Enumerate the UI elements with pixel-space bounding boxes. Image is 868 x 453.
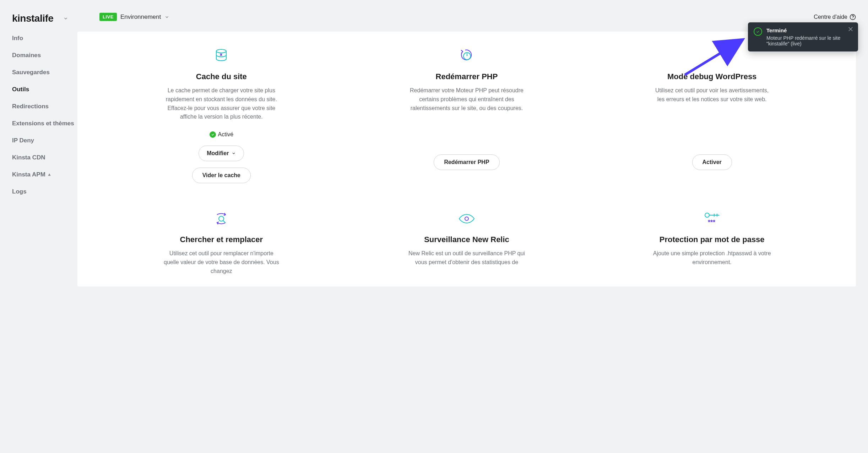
svg-point-1: [852, 18, 853, 18]
sidebar-item-label: Domaines: [12, 52, 41, 59]
eye-icon: [459, 212, 475, 226]
check-circle-icon: [754, 27, 762, 36]
sidebar-item-label: Outils: [12, 86, 29, 93]
toast-close-button[interactable]: [847, 26, 854, 32]
chevron-down-icon: [164, 15, 169, 20]
environment-label: Environnement: [120, 13, 161, 21]
card-title: Protection par mot de passe: [660, 235, 765, 244]
close-icon: [847, 26, 854, 32]
sidebar-item-label: IP Deny: [12, 137, 34, 144]
check-icon: [210, 131, 216, 138]
live-badge: LIVE: [99, 13, 117, 21]
tools-panel: Terminé Moteur PHP redémarré sur le site…: [77, 32, 856, 286]
svg-point-10: [465, 217, 468, 220]
restart-php-button[interactable]: Redémarrer PHP: [434, 154, 499, 170]
card-title: Cache du site: [196, 72, 247, 81]
brand-name: kinstalife: [12, 13, 53, 24]
sidebar-item-label: Redirections: [12, 103, 49, 110]
help-link[interactable]: Centre d'aide: [814, 14, 856, 20]
search-replace-icon: [213, 212, 229, 226]
svg-point-11: [705, 213, 709, 217]
sidebar-item-kinsta-cdn[interactable]: Kinsta CDN: [12, 154, 77, 161]
sidebar-item-label: Logs: [12, 188, 27, 195]
site-switcher[interactable]: kinstalife: [12, 13, 77, 24]
sidebar-item-label: Kinsta CDN: [12, 154, 45, 161]
clear-cache-button[interactable]: Vider le cache: [192, 168, 251, 183]
sidebar-item-label: Extensions et thèmes: [12, 120, 74, 127]
card-title: Chercher et remplacer: [180, 235, 263, 244]
sidebar-item-ip-deny[interactable]: IP Deny: [12, 137, 77, 144]
toast-body: Moteur PHP redémarré sur le site "kinsta…: [766, 35, 852, 47]
restart-icon: [460, 49, 474, 63]
card-desc: Utilisez cet outil pour voir les avertis…: [652, 86, 772, 104]
button-label: Modifier: [207, 150, 229, 157]
status-label: Activé: [218, 131, 234, 138]
card-cache: Cache du site Le cache permet de charger…: [106, 49, 337, 183]
card-restart-php: Redémarrer PHP Redémarrer votre Moteur P…: [351, 49, 582, 183]
sidebar-item-redirections[interactable]: Redirections: [12, 103, 77, 110]
button-label: Redémarrer PHP: [444, 159, 489, 165]
toast-success: Terminé Moteur PHP redémarré sur le site…: [748, 22, 858, 51]
card-title: Surveillance New Relic: [424, 235, 509, 244]
sidebar-item-domaines[interactable]: Domaines: [12, 52, 77, 59]
help-icon: [850, 14, 856, 20]
help-label: Centre d'aide: [814, 14, 847, 20]
cache-status: Activé: [210, 131, 234, 138]
button-label: Vider le cache: [202, 172, 240, 179]
sidebar-item-kinsta-apm[interactable]: Kinsta APM: [12, 171, 77, 178]
sidebar-item-extensions[interactable]: Extensions et thèmes: [12, 120, 77, 127]
sidebar-item-info[interactable]: Info: [12, 35, 77, 42]
card-desc: Le cache permet de charger votre site pl…: [161, 86, 282, 121]
card-desc: New Relic est un outil de surveillance P…: [406, 249, 527, 267]
card-desc: Redémarrer votre Moteur PHP peut résoudr…: [406, 86, 527, 113]
chevron-down-icon: [63, 16, 68, 21]
sidebar-nav: Info Domaines Sauvegardes Outils Redirec…: [12, 35, 77, 195]
button-label: Activer: [702, 159, 722, 165]
sidebar-item-outils[interactable]: Outils: [12, 86, 77, 93]
svg-text:***: ***: [708, 219, 715, 226]
card-title: Redémarrer PHP: [436, 72, 498, 81]
card-desc: Ajoute une simple protection .htpasswd à…: [652, 249, 772, 267]
svg-point-5: [216, 49, 226, 53]
card-desc: Utilisez cet outil pour remplacer n'impo…: [161, 249, 282, 275]
svg-point-8: [219, 216, 224, 221]
triangle-icon: [48, 173, 51, 176]
sidebar-item-label: Info: [12, 35, 23, 42]
toast-title: Terminé: [766, 27, 787, 33]
key-password-icon: ***: [703, 212, 721, 226]
sidebar-item-sauvegardes[interactable]: Sauvegardes: [12, 69, 77, 76]
card-password: *** Protection par mot de passe Ajoute u…: [596, 212, 828, 275]
database-icon: [215, 49, 227, 63]
svg-line-9: [223, 220, 225, 223]
annotation-arrow-icon: [678, 35, 749, 78]
svg-line-4: [685, 39, 743, 75]
modify-button[interactable]: Modifier: [199, 146, 244, 161]
sidebar-item-logs[interactable]: Logs: [12, 188, 77, 195]
activate-button[interactable]: Activer: [692, 154, 732, 170]
card-search-replace: Chercher et remplacer Utilisez cet outil…: [106, 212, 337, 275]
sidebar-item-label: Sauvegardes: [12, 69, 50, 76]
chevron-down-icon: [232, 151, 236, 155]
environment-switcher[interactable]: LIVE Environnement: [99, 13, 169, 21]
card-new-relic: Surveillance New Relic New Relic est un …: [351, 212, 582, 275]
sidebar-item-label: Kinsta APM: [12, 171, 45, 178]
